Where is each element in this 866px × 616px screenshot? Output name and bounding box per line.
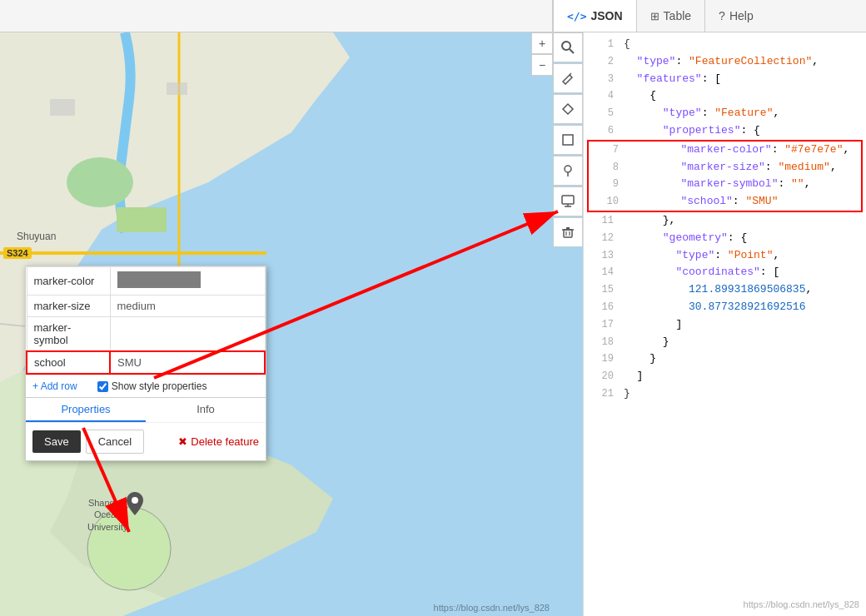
properties-table: marker-color marker-size medium marker-s… [26,266,266,375]
json-line-8: 8 "marker-size": "medium", [589,159,861,176]
edit-feature-button[interactable] [553,186,583,216]
map-toolbar [553,32,583,248]
popup-actions: Save Cancel ✖ Delete feature [26,422,266,460]
top-toolbar: </> JSON ⊞ Table ? Help [0,0,866,32]
map-area[interactable]: S324 Shuyuan ShanghaiOceanUniversity + − [0,32,583,616]
popup-tabs: Properties Info [26,397,266,422]
diamond-button[interactable] [553,94,583,124]
json-line-12: 12 "geometry": { [584,230,866,247]
svg-rect-21 [562,196,574,204]
svg-rect-12 [167,82,187,95]
road-label-s324: S324 [3,247,32,259]
delete-icon: ✖ [178,435,187,448]
popup-footer: + Add row Show style properties [26,375,266,397]
help-icon: ? [719,9,725,22]
json-line-10: 10 "school": "SMU" [589,193,861,211]
json-panel-watermark: https://blog.csdn.net/lys_828 [744,599,859,609]
color-swatch[interactable] [117,271,201,288]
svg-point-13 [132,497,138,504]
json-line-4: 4 { [584,87,866,105]
json-line-9: 9 "marker-symbol": "", [589,176,861,193]
school-value[interactable]: SMU [110,351,265,374]
square-button[interactable] [553,125,583,155]
zoom-out-button[interactable]: − [531,54,553,76]
json-line-16: 16 30.877328921692516 [584,299,866,316]
svg-rect-18 [563,135,573,145]
map-pin[interactable] [127,492,143,520]
svg-point-14 [562,42,570,50]
show-style-label[interactable]: Show style properties [97,380,207,392]
feature-popup: marker-color marker-size medium marker-s… [25,266,266,461]
json-line-20: 20 ] [584,368,866,385]
json-line-17: 17 ] [584,316,866,334]
show-style-checkbox[interactable] [97,381,108,392]
show-style-text: Show style properties [112,380,207,392]
marker-size-row: marker-size medium [27,296,265,317]
json-panel: 1 { 2 "type": "FeatureCollection", 3 "fe… [583,32,866,616]
json-line-3: 3 "features": [ [584,71,866,88]
help-tab-label: Help [729,9,754,22]
json-line-14: 14 "coordinates": [ [584,264,866,281]
map-watermark: https://blog.csdn.net/lys_828 [434,603,550,613]
json-line-19: 19 } [584,350,866,368]
marker-color-row: marker-color [27,267,265,296]
json-icon: </> [567,10,586,22]
tab-properties[interactable]: Properties [26,398,146,422]
marker-color-value[interactable] [110,267,265,296]
json-tab-label: JSON [590,9,622,22]
main-area: S324 Shuyuan ShanghaiOceanUniversity + − [0,32,866,616]
highlighted-properties: 7 "marker-color": "#7e7e7e", 8 "marker-s… [587,140,863,212]
json-line-21: 21 } [584,385,866,403]
json-line-15: 15 121.89931869506835, [584,281,866,299]
map-nav-controls: + − [531,32,553,76]
cancel-button[interactable]: Cancel [86,430,144,454]
table-icon: ⊞ [650,10,659,22]
json-line-1: 1 { [584,36,866,53]
tab-info[interactable]: Info [146,398,266,422]
json-line-18: 18 } [584,334,866,351]
json-line-2: 2 "type": "FeatureCollection", [584,53,866,71]
save-button[interactable]: Save [32,430,81,453]
svg-rect-24 [564,230,572,237]
school-key[interactable]: school [27,351,110,374]
svg-point-8 [67,157,133,207]
shuyuan-label: Shuyuan [17,231,56,242]
trash-button[interactable] [553,217,583,247]
delete-feature-button[interactable]: ✖ Delete feature [178,435,259,448]
search-map-button[interactable] [553,32,583,62]
json-editor[interactable]: 1 { 2 "type": "FeatureCollection", 3 "fe… [584,32,866,406]
svg-point-19 [565,166,571,172]
marker-size-value: medium [110,296,265,317]
table-tab-label: Table [664,9,691,22]
add-row-link[interactable]: + Add row [32,380,77,392]
tab-json[interactable]: </> JSON [553,0,637,32]
marker-size-key: marker-size [27,296,110,317]
json-line-13: 13 "type": "Point", [584,247,866,265]
zoom-in-button[interactable]: + [531,32,553,54]
tab-table[interactable]: ⊞ Table [637,0,705,32]
tab-help[interactable]: ? Help [705,0,767,32]
school-row: school SMU [27,351,265,374]
svg-marker-17 [563,104,573,114]
marker-symbol-key: marker-symbol [27,317,110,352]
svg-rect-11 [50,99,75,116]
smu-label: ShanghaiOceanUniversity [87,497,127,533]
json-line-6: 6 "properties": { [584,122,866,140]
marker-symbol-row: marker-symbol [27,317,265,352]
json-line-11: 11 }, [584,212,866,230]
svg-line-16 [570,73,571,75]
marker-color-key: marker-color [27,267,110,296]
delete-label: Delete feature [191,435,259,448]
json-line-5: 5 "type": "Feature", [584,105,866,122]
json-line-7: 7 "marker-color": "#7e7e7e", [589,142,861,159]
pencil-button[interactable] [553,63,583,93]
svg-rect-9 [117,207,167,232]
pin-map-button[interactable] [553,156,583,186]
svg-line-15 [570,49,574,53]
marker-symbol-value [110,317,265,352]
